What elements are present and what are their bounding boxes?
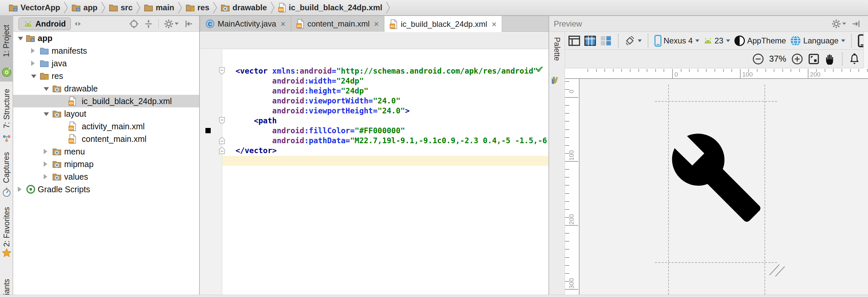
star-icon[interactable] (0, 248, 13, 258)
tree-item-values[interactable]: values (13, 170, 199, 183)
code-text[interactable]: <vector xmlns:android="http://schemas.an… (236, 66, 545, 156)
tree-item-menu[interactable]: menu (13, 145, 199, 158)
navigate-back-forward-icon[interactable] (73, 21, 82, 27)
tab-close-icon[interactable]: × (374, 20, 379, 28)
tree-item-mipmap[interactable]: mipmap (13, 158, 199, 170)
tree-item-manifests[interactable]: manifests (13, 45, 199, 57)
breadcrumb-item[interactable]: <>ic_build_black_24dp.xml (278, 0, 382, 16)
folder-module-icon (71, 4, 81, 12)
color-swatch[interactable] (206, 128, 211, 133)
breadcrumb-item[interactable]: src (109, 0, 133, 16)
tree-arrow-collapsed-icon[interactable] (44, 174, 47, 179)
palette-tab[interactable]: Palette (552, 37, 561, 61)
stripe-item-project[interactable]: 1: Project (0, 16, 13, 65)
preview-scrollbar[interactable] (863, 32, 868, 68)
tree-arrow-collapsed-icon[interactable] (18, 187, 22, 192)
orientation-selector[interactable] (624, 35, 642, 46)
stripe-item-label: 1: Project (2, 25, 11, 57)
stripe-item-structure[interactable]: 7: Structure (0, 84, 13, 133)
tree-item-java[interactable]: java (13, 57, 199, 70)
gear-icon[interactable] (832, 19, 846, 28)
fold-down-icon[interactable] (219, 117, 225, 125)
ruler-label: 300 (568, 275, 575, 291)
tree-arrow-collapsed-icon[interactable] (31, 48, 35, 53)
structure-icon[interactable] (0, 134, 13, 143)
ruler-tick (565, 105, 569, 106)
folder-res-icon (40, 72, 49, 80)
ruler-tick (613, 69, 614, 72)
project-panel-header: Android (13, 16, 199, 32)
split-columns-icon[interactable] (600, 35, 612, 46)
tree-arrow-expanded-icon[interactable] (18, 37, 23, 40)
tree-arrow-collapsed-icon[interactable] (44, 161, 47, 167)
fold-down-icon[interactable] (219, 67, 225, 75)
device-selector[interactable]: Nexus 4 (654, 35, 699, 47)
stripe-item-variants[interactable]: Build Variants (0, 274, 13, 297)
tree-item-activity-main-xml[interactable]: <>activity_main.xml (13, 120, 199, 133)
fold-up-icon[interactable] (219, 137, 225, 144)
code-line: <path (236, 116, 545, 126)
collapse-all-icon[interactable] (144, 19, 153, 28)
hide-panel-right-icon[interactable] (851, 19, 861, 28)
design-layout-icon[interactable] (568, 35, 580, 46)
ruler-label: 100 (568, 147, 575, 163)
stopwatch-icon[interactable] (0, 187, 13, 197)
ruler-tick (565, 81, 569, 82)
code-area[interactable]: <vector xmlns:android="http://schemas.an… (200, 49, 549, 295)
tree-arrow-collapsed-icon[interactable] (44, 149, 47, 154)
tree-item-layout[interactable]: layout (13, 107, 199, 120)
api-level-selector[interactable]: 23 (703, 36, 730, 46)
tree-item-ic-build-black-24dp-xml[interactable]: <>ic_build_black_24dp.xml (13, 95, 199, 107)
ruler-tick (565, 177, 569, 178)
stripe-item-favorites[interactable]: 2: Favorites (0, 206, 13, 248)
language-selector[interactable]: Language (790, 35, 845, 47)
tab-close-icon[interactable]: × (280, 20, 285, 28)
ruler-tick (672, 69, 673, 78)
preview-toolbar: Nexus 423AppThemeLanguage (565, 32, 868, 50)
chevron-sep-icon (101, 1, 105, 14)
file-xml-icon: <> (278, 3, 286, 12)
inspection-ok-icon[interactable]: ✔ (536, 64, 544, 75)
resize-grip-icon[interactable] (768, 261, 786, 278)
fold-up-icon[interactable] (219, 146, 225, 155)
editor-tab-content-main-xml[interactable]: <>content_main.xml× (291, 16, 384, 32)
tree-item-res[interactable]: res (13, 70, 199, 82)
tree-item-content-main-xml[interactable]: <>content_main.xml (13, 133, 199, 145)
notifications-bell-icon[interactable] (849, 53, 859, 65)
scroll-to-source-icon[interactable] (129, 19, 138, 28)
grid-blue-icon[interactable] (584, 35, 596, 46)
tree-arrow-expanded-icon[interactable] (31, 75, 36, 78)
breadcrumb-item[interactable]: app (71, 0, 98, 16)
pan-hand-button[interactable] (824, 53, 835, 65)
zoom-level: 37% (769, 54, 786, 64)
vertical-ruler: 0100200300 (565, 79, 580, 295)
zoom-out-button[interactable] (752, 53, 764, 65)
tree-item-gradle-scripts[interactable]: Gradle Scripts (13, 183, 199, 195)
tree-arrow-expanded-icon[interactable] (44, 112, 49, 116)
hide-panel-icon[interactable] (184, 19, 193, 28)
tree-item-label: java (52, 59, 67, 68)
design-canvas[interactable]: 0100200 0100200300 (565, 68, 868, 295)
ruler-label: 0 (675, 71, 678, 78)
tree-item-app[interactable]: app (13, 32, 199, 45)
zoom-fit-button[interactable] (808, 53, 819, 65)
build-wrench-artwork[interactable] (668, 129, 765, 226)
tree-arrow-collapsed-icon[interactable] (31, 61, 35, 66)
zoom-in-button[interactable] (791, 53, 803, 65)
gear-icon[interactable] (164, 19, 179, 28)
tree-item-drawable[interactable]: drawable (13, 82, 199, 95)
tab-close-icon[interactable]: × (492, 20, 497, 28)
editor-tab-ic-build-black-24dp-xml[interactable]: <>ic_build_black_24dp.xml× (384, 16, 502, 32)
ruler-tick (859, 69, 859, 72)
project-view-selector[interactable]: Android (19, 18, 71, 30)
editor-tab-mainactivity-java[interactable]: CMainActivity.java× (200, 16, 291, 32)
tree-arrow-expanded-icon[interactable] (44, 87, 49, 91)
theme-selector[interactable]: AppTheme (734, 35, 786, 47)
api-level-selector-label: 23 (714, 36, 723, 46)
android-studio-icon[interactable] (0, 67, 13, 78)
stripe-item-captures[interactable]: Captures (0, 148, 13, 187)
breadcrumb-item[interactable]: drawable (221, 0, 267, 16)
breadcrumb-item[interactable]: res (186, 0, 209, 16)
breadcrumb-item[interactable]: VectorApp (9, 0, 60, 16)
breadcrumb-item[interactable]: main (144, 0, 174, 16)
